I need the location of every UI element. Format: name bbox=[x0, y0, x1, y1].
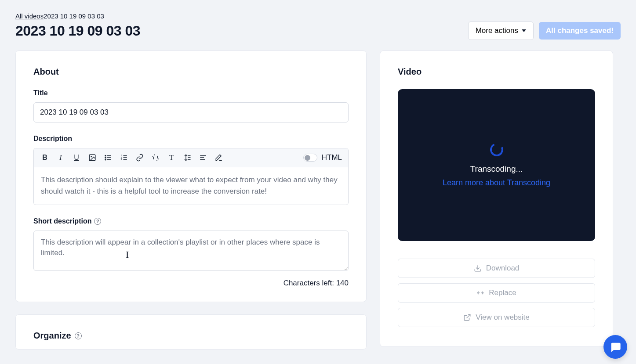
char-count: Characters left: 140 bbox=[33, 279, 349, 288]
breadcrumb-all-videos-link[interactable]: All videos bbox=[15, 12, 44, 20]
page-title: 2023 10 19 09 03 03 bbox=[15, 23, 140, 39]
bold-icon[interactable]: B bbox=[40, 153, 50, 162]
learn-more-link[interactable]: Learn more about Transcoding bbox=[443, 178, 550, 187]
external-link-icon bbox=[463, 314, 471, 321]
editor-toolbar: B I U 123 bbox=[34, 148, 348, 167]
italic-icon[interactable]: I bbox=[56, 153, 65, 162]
html-toggle[interactable] bbox=[303, 154, 317, 162]
align-icon[interactable] bbox=[198, 153, 208, 162]
view-on-website-button[interactable]: View on website bbox=[398, 308, 595, 327]
download-icon bbox=[474, 264, 482, 272]
clear-format-icon[interactable] bbox=[214, 153, 224, 162]
about-heading: About bbox=[33, 67, 349, 77]
about-card: About Title Description B I U bbox=[15, 50, 367, 302]
spinner-icon bbox=[488, 141, 505, 158]
svg-line-29 bbox=[467, 314, 470, 318]
more-actions-label: More actions bbox=[476, 26, 518, 35]
title-label: Title bbox=[33, 89, 349, 97]
organize-card: Organize ? bbox=[15, 314, 367, 350]
save-status-button: All changes saved! bbox=[539, 22, 621, 40]
line-height-icon[interactable] bbox=[182, 153, 192, 162]
title-input[interactable] bbox=[33, 102, 349, 123]
svg-point-6 bbox=[105, 157, 106, 158]
chat-widget-button[interactable] bbox=[603, 335, 627, 359]
bullet-list-icon[interactable] bbox=[103, 153, 113, 162]
description-editor: B I U 123 bbox=[33, 148, 349, 205]
html-toggle-label: HTML bbox=[322, 153, 342, 162]
image-icon[interactable] bbox=[87, 153, 97, 162]
chevron-down-icon bbox=[522, 29, 526, 32]
download-button[interactable]: Download bbox=[398, 259, 595, 278]
short-desc-label: Short description ? bbox=[33, 217, 349, 225]
numbered-list-icon[interactable]: 123 bbox=[119, 153, 129, 162]
video-preview: Transcoding... Learn more about Transcod… bbox=[398, 89, 595, 241]
replace-icon bbox=[476, 289, 484, 297]
more-actions-button[interactable]: More actions bbox=[468, 22, 534, 40]
organize-heading: Organize ? bbox=[33, 331, 349, 341]
breadcrumb-current: 2023 10 19 09 03 03 bbox=[44, 12, 104, 20]
video-heading: Video bbox=[398, 67, 595, 77]
transcoding-status: Transcoding... bbox=[470, 164, 523, 174]
underline-icon[interactable]: U bbox=[72, 153, 81, 162]
help-icon[interactable]: ? bbox=[75, 332, 82, 339]
svg-text:3: 3 bbox=[121, 158, 122, 161]
svg-point-5 bbox=[105, 155, 106, 156]
short-description-textarea[interactable] bbox=[33, 231, 349, 271]
description-textarea[interactable]: This description should explain to the v… bbox=[34, 167, 348, 205]
text-size-icon[interactable]: T bbox=[167, 153, 176, 162]
svg-point-1 bbox=[91, 156, 92, 157]
unlink-icon[interactable] bbox=[151, 153, 160, 162]
svg-point-7 bbox=[105, 159, 106, 160]
chat-icon bbox=[609, 341, 621, 353]
video-card: Video Transcoding... Learn more about Tr… bbox=[380, 50, 613, 347]
link-icon[interactable] bbox=[135, 153, 145, 162]
help-icon[interactable]: ? bbox=[94, 218, 101, 225]
description-label: Description bbox=[33, 135, 349, 143]
replace-button[interactable]: Replace bbox=[398, 283, 595, 303]
breadcrumb: All videos2023 10 19 09 03 03 bbox=[15, 12, 621, 20]
